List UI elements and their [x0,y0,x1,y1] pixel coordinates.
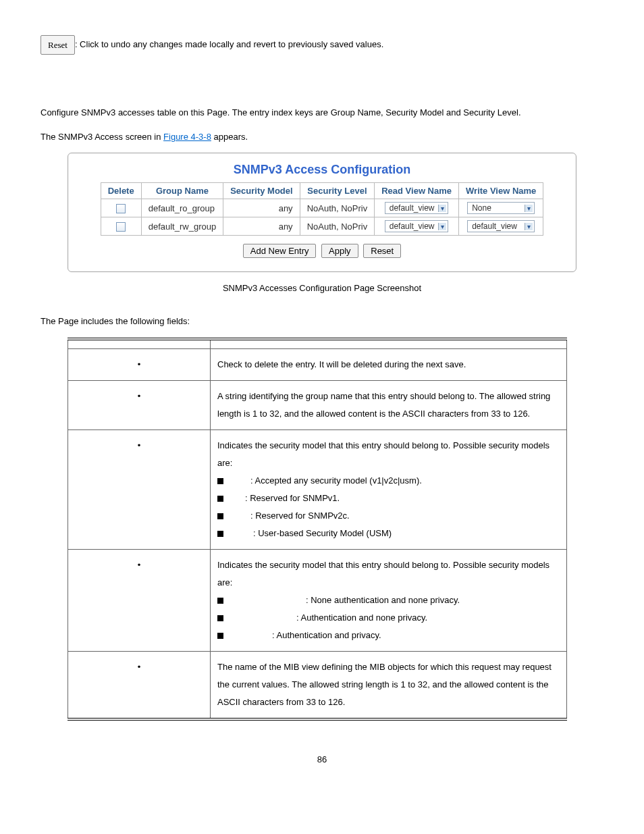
intro-line-2: The SNMPv3 Access screen in Figure 4-3-8… [41,129,603,145]
screenshot-caption: SNMPv3 Accesses Configuration Page Scree… [41,283,603,293]
square-bullet-icon [217,633,223,639]
page-number: 86 [41,754,603,764]
col-security-model: Security Model [223,183,300,199]
square-bullet-icon [217,496,223,502]
col-read-view: Read View Name [375,183,459,199]
field-row-delete: • Check to delete the entry. It will be … [68,348,567,380]
chevron-down-icon: ▾ [525,205,533,212]
field-row-read-view: • The name of the MIB view defining the … [68,651,567,719]
chevron-down-icon: ▾ [525,223,533,230]
field-desc: Indicates the security model that this e… [211,549,567,651]
cell-group-name: default_rw_group [141,217,223,236]
field-desc: Indicates the security model that this e… [211,429,567,549]
figure-link[interactable]: Figure 4-3-8 [163,132,211,142]
apply-button[interactable]: Apply [321,244,358,258]
add-new-entry-button[interactable]: Add New Entry [243,244,317,258]
chevron-down-icon: ▾ [438,223,446,230]
field-desc: Check to delete the entry. It will be de… [211,348,567,380]
field-row-security-level: • Indicates the security model that this… [68,549,567,651]
read-view-select[interactable]: default_view▾ [385,202,449,214]
delete-checkbox[interactable] [116,204,126,213]
list-item: : Reserved for SNMPv2c. [250,511,350,521]
list-item: : Reserved for SNMPv1. [245,493,340,503]
list-item: : Accepted any security model (v1|v2c|us… [250,475,422,486]
square-bullet-icon [217,531,223,537]
field-row-security-model: • Indicates the security model that this… [68,429,567,549]
list-item: : Authentication and none privacy. [296,613,427,623]
write-view-select[interactable]: default_view▾ [467,220,535,232]
delete-checkbox[interactable] [116,222,126,232]
list-item: : None authentication and none privacy. [306,595,460,605]
chevron-down-icon: ▾ [438,205,446,212]
button-row: Add New Entry Apply Reset [78,244,566,258]
list-item: : User-based Security Model (USM) [253,528,392,538]
field-row-group-name: • A string identifying the group name th… [68,380,567,429]
reset-desc-text: : Click to undo any changes made locally… [75,39,383,49]
reset-button[interactable]: Reset [363,244,401,258]
col-group-name: Group Name [141,183,223,199]
square-bullet-icon [217,615,223,621]
list-item: : Authentication and privacy. [272,630,381,640]
reset-description-line: Reset: Click to undo any changes made lo… [41,35,603,55]
cell-security-model: any [223,199,300,217]
snmp-access-table: Delete Group Name Security Model Securit… [101,182,544,236]
table-row: default_ro_group any NoAuth, NoPriv defa… [101,199,543,217]
fields-intro: The Page includes the following fields: [41,313,603,329]
write-view-select[interactable]: None▾ [467,202,535,214]
intro-line-1: Configure SNMPv3 accesses table on this … [41,105,603,120]
read-view-select[interactable]: default_view▾ [385,220,449,232]
field-desc-intro: Indicates the security model that this e… [217,437,560,472]
field-desc: The name of the MIB view defining the MI… [211,651,567,719]
table-row: default_rw_group any NoAuth, NoPriv defa… [101,217,543,236]
screenshot-panel: SNMPv3 Access Configuration Delete Group… [68,153,576,272]
screenshot-title: SNMPv3 Access Configuration [78,163,566,177]
col-security-level: Security Level [300,183,375,199]
cell-security-level: NoAuth, NoPriv [300,217,375,236]
intro-line-2a: The SNMPv3 Access screen in [41,132,163,142]
intro-line-2b: appears. [211,132,248,142]
fields-header-row [68,339,567,349]
cell-security-model: any [223,217,300,236]
col-write-view: Write View Name [459,183,543,199]
square-bullet-icon [217,478,223,484]
fields-table: • Check to delete the entry. It will be … [68,338,567,721]
table-header-row: Delete Group Name Security Model Securit… [101,183,543,199]
cell-group-name: default_ro_group [141,199,223,217]
field-desc-intro: Indicates the security model that this e… [217,556,560,592]
square-bullet-icon [217,513,223,519]
field-desc: A string identifying the group name that… [211,380,567,429]
col-delete: Delete [101,183,141,199]
square-bullet-icon [217,598,223,604]
cell-security-level: NoAuth, NoPriv [300,199,375,217]
reset-button-image: Reset [41,35,75,55]
